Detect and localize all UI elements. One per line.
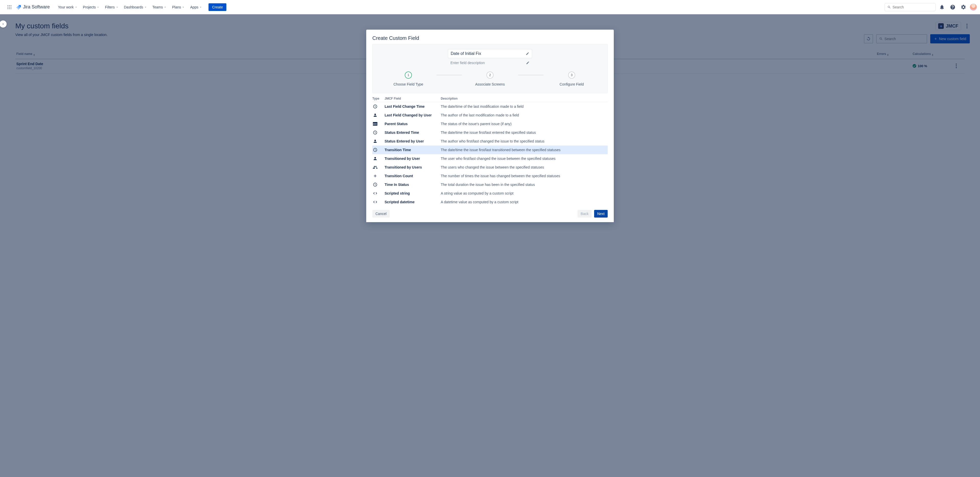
modal-header-block: Date of Initial Fix Enter field descript… (372, 44, 608, 93)
field-type-description: A datetime value as computed by a custom… (441, 200, 608, 204)
edit-icon[interactable] (526, 52, 529, 56)
user-icon (372, 139, 385, 144)
svg-point-3 (8, 6, 8, 7)
svg-point-6 (8, 8, 8, 9)
avatar[interactable] (970, 3, 977, 11)
field-type-option[interactable]: Transition TimeThe date/time the issue f… (372, 145, 608, 154)
field-type-description: The date/time the issue first/last enter… (441, 131, 608, 134)
svg-point-5 (11, 6, 11, 7)
field-type-name: Transitioned by Users (385, 165, 441, 169)
field-type-description: The date/time of the last modification m… (441, 104, 608, 108)
field-type-option[interactable]: Transitioned by UsersThe users who chang… (372, 163, 608, 172)
field-type-description: The users who changed the issue between … (441, 165, 608, 169)
field-type-description: The date/time the issue first/last trans… (441, 148, 608, 152)
step-2-label: Associate Screens (475, 82, 505, 86)
field-type-option[interactable]: Scripted stringA string value as compute… (372, 189, 608, 198)
nav-item-plans[interactable]: Plans (169, 3, 187, 11)
step-3-label: Configure Field (560, 82, 584, 86)
field-description-placeholder: Enter field description (450, 61, 485, 65)
settings-icon[interactable] (959, 3, 968, 11)
field-type-option[interactable]: Last Field Change TimeThe date/time of t… (372, 102, 608, 111)
field-name-input[interactable]: Date of Initial Fix (448, 49, 532, 58)
abc-icon: ABC (372, 122, 385, 126)
field-type-option[interactable]: Status Entered by UserThe author who fir… (372, 137, 608, 145)
step-1-label: Choose Field Type (393, 82, 423, 86)
field-description-input[interactable]: Enter field description (448, 61, 532, 65)
step-3: 3 Configure Field (544, 72, 600, 86)
user-icon (372, 113, 385, 118)
field-list-header: Type JMCF Field Description (372, 97, 608, 102)
field-type-description: The user who first/last changed the issu… (441, 156, 608, 161)
clock-icon (372, 130, 385, 135)
global-search-input[interactable] (892, 5, 933, 9)
field-type-name: Transition Count (385, 174, 441, 178)
code-icon (372, 200, 385, 204)
col-type: Type (372, 97, 385, 101)
field-type-description: The status of the issue's parent issue (… (441, 122, 608, 126)
nav-item-teams[interactable]: Teams (150, 3, 169, 11)
modal-footer: Cancel Back Next (366, 206, 614, 222)
field-type-description: The author of the last modification made… (441, 113, 608, 117)
field-type-option[interactable]: Transition CountThe number of times the … (372, 172, 608, 180)
jira-icon (16, 4, 21, 10)
svg-point-1 (9, 5, 10, 6)
field-type-description: The author who first/last changed the is… (441, 139, 608, 143)
field-type-option[interactable]: Status Entered TimeThe date/time the iss… (372, 128, 608, 137)
nav-item-apps[interactable]: Apps (188, 3, 204, 11)
field-type-name: Last Field Change Time (385, 104, 441, 108)
field-type-name: Transitioned by User (385, 156, 441, 161)
cancel-button[interactable]: Cancel (372, 210, 390, 217)
field-name-value: Date of Initial Fix (451, 51, 481, 56)
field-type-option[interactable]: Transitioned by UserThe user who first/l… (372, 154, 608, 163)
field-type-option[interactable]: Time In StatusThe total duration the iss… (372, 180, 608, 189)
clock-icon (372, 182, 385, 187)
nav-item-filters[interactable]: Filters (102, 3, 121, 11)
step-2: 2 Associate Screens (462, 72, 518, 86)
field-type-name: Status Entered by User (385, 139, 441, 143)
help-icon[interactable] (948, 3, 957, 11)
create-button[interactable]: Create (208, 3, 226, 11)
field-type-description: The number of times the issue has change… (441, 174, 608, 178)
nav-item-projects[interactable]: Projects (80, 3, 102, 11)
svg-point-8 (11, 8, 11, 9)
field-type-name: Parent Status (385, 122, 441, 126)
svg-point-7 (9, 8, 10, 9)
field-type-name: Status Entered Time (385, 131, 441, 134)
field-type-option[interactable]: Scripted datetimeA datetime value as com… (372, 198, 608, 206)
search-icon (887, 5, 891, 9)
wizard-stepper: 1 Choose Field Type 2 Associate Screens … (378, 72, 602, 86)
svg-point-2 (11, 5, 11, 6)
global-nav: Jira Software Your workProjectsFiltersDa… (0, 0, 980, 14)
col-jmcf-field: JMCF Field (385, 97, 441, 101)
user-icon (372, 156, 385, 161)
create-field-modal: Create Custom Field Date of Initial Fix … (366, 30, 614, 222)
field-type-name: Last Field Changed by User (385, 113, 441, 117)
field-type-option[interactable]: ABCParent StatusThe status of the issue'… (372, 120, 608, 128)
next-button[interactable]: Next (594, 210, 608, 217)
nav-item-dashboards[interactable]: Dashboards (121, 3, 150, 11)
notifications-icon[interactable] (938, 3, 946, 11)
nav-item-your-work[interactable]: Your work (56, 3, 80, 11)
svg-point-0 (8, 5, 8, 6)
code-icon (372, 191, 385, 196)
modal-title: Create Custom Field (372, 35, 608, 41)
field-type-description: A string value as computed by a custom s… (441, 191, 608, 195)
col-description: Description (441, 97, 608, 101)
product-name: Jira Software (23, 4, 50, 10)
field-type-name: Scripted datetime (385, 200, 441, 204)
field-type-description: The total duration the issue has been in… (441, 183, 608, 187)
field-type-option[interactable]: Last Field Changed by UserThe author of … (372, 111, 608, 120)
field-type-name: Transition Time (385, 148, 441, 152)
edit-icon[interactable] (526, 61, 530, 65)
global-search[interactable] (885, 3, 935, 11)
svg-point-4 (9, 6, 10, 7)
nav-items: Your workProjectsFiltersDashboardsTeamsP… (56, 3, 204, 11)
field-type-name: Scripted string (385, 191, 441, 195)
users-icon (372, 165, 385, 169)
step-1: 1 Choose Field Type (380, 72, 436, 86)
chevron-right-icon (2, 22, 5, 26)
product-logo[interactable]: Jira Software (16, 4, 50, 10)
field-type-name: Time In Status (385, 183, 441, 187)
app-switcher-icon[interactable] (5, 3, 14, 11)
clock-icon (372, 148, 385, 152)
